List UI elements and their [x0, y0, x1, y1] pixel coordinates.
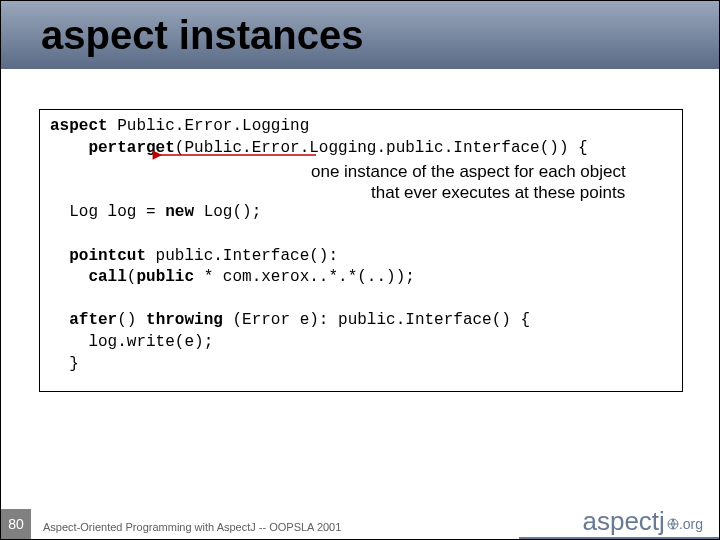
kw-after: after: [69, 311, 117, 329]
kw-throwing: throwing: [146, 311, 223, 329]
annotation-arrow-icon: [151, 145, 321, 165]
logo: aspectj .org: [582, 506, 703, 537]
kw-new: new: [165, 203, 194, 221]
code-box: aspect Public.Error.Logging pertarget(Pu…: [39, 109, 683, 392]
globe-icon: [667, 518, 679, 530]
kw-pointcut: pointcut: [69, 247, 146, 265]
code-content: aspect Public.Error.Logging pertarget(Pu…: [50, 116, 672, 375]
kw-public: public: [136, 268, 194, 286]
accent-line: [519, 537, 719, 539]
kw-call: call: [88, 268, 126, 286]
page-number-badge: 80: [1, 509, 31, 539]
annotation-text: one instance of the aspect for each obje…: [311, 161, 676, 204]
slide-title: aspect instances: [41, 13, 363, 58]
kw-aspect: aspect: [50, 117, 108, 135]
title-band: aspect instances: [1, 1, 719, 69]
footer-text: Aspect-Oriented Programming with AspectJ…: [43, 521, 341, 533]
slide: aspect instances aspect Public.Error.Log…: [0, 0, 720, 540]
